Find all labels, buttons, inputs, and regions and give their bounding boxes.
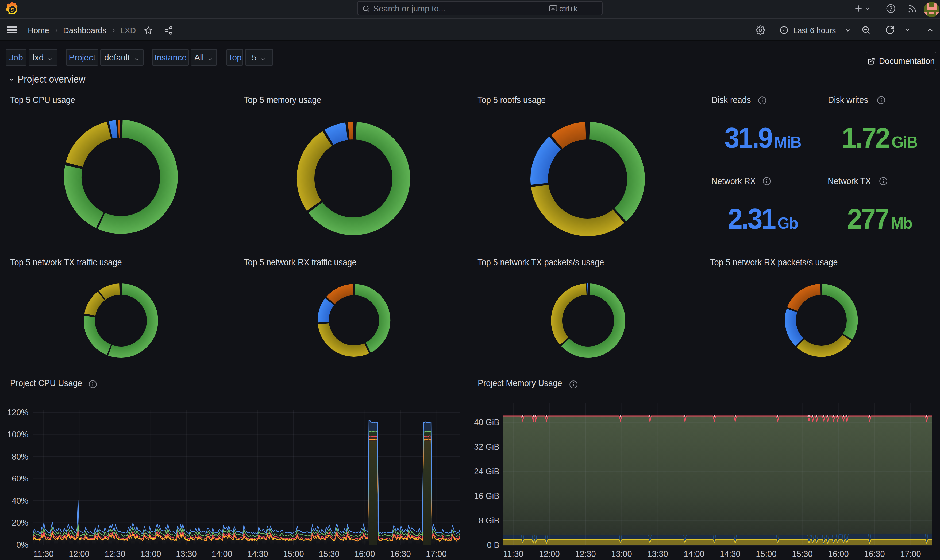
- svg-text:16:30: 16:30: [864, 549, 885, 558]
- svg-text:12:00: 12:00: [539, 549, 560, 558]
- svg-text:100%: 100%: [7, 430, 28, 439]
- svg-text:32 GiB: 32 GiB: [474, 442, 499, 452]
- svg-text:14:30: 14:30: [720, 549, 741, 558]
- svg-text:80%: 80%: [12, 452, 28, 462]
- svg-text:11:30: 11:30: [503, 549, 523, 558]
- svg-text:17:00: 17:00: [426, 549, 447, 558]
- svg-text:15:30: 15:30: [792, 549, 813, 558]
- svg-text:0 B: 0 B: [487, 540, 499, 550]
- svg-text:16:30: 16:30: [390, 549, 411, 558]
- svg-text:14:00: 14:00: [684, 549, 704, 558]
- svg-text:0%: 0%: [16, 540, 28, 549]
- svg-text:13:30: 13:30: [647, 549, 668, 558]
- svg-text:12:30: 12:30: [575, 549, 596, 558]
- svg-text:40%: 40%: [12, 496, 28, 506]
- svg-text:16:00: 16:00: [354, 549, 375, 558]
- svg-text:15:30: 15:30: [319, 549, 339, 558]
- svg-text:12:30: 12:30: [105, 549, 125, 558]
- svg-text:11:30: 11:30: [34, 549, 54, 558]
- svg-text:12:00: 12:00: [69, 549, 89, 558]
- svg-text:14:30: 14:30: [247, 549, 268, 558]
- svg-text:15:00: 15:00: [756, 549, 777, 558]
- svg-text:13:30: 13:30: [176, 549, 197, 558]
- svg-text:40 GiB: 40 GiB: [474, 418, 499, 427]
- svg-text:15:00: 15:00: [283, 549, 304, 558]
- svg-text:14:00: 14:00: [211, 549, 232, 558]
- svg-text:60%: 60%: [12, 474, 28, 483]
- svg-text:20%: 20%: [12, 518, 28, 528]
- svg-text:13:00: 13:00: [140, 549, 161, 558]
- svg-text:16 GiB: 16 GiB: [474, 491, 499, 501]
- svg-text:17:00: 17:00: [900, 549, 921, 558]
- svg-text:24 GiB: 24 GiB: [474, 467, 499, 476]
- svg-text:8 GiB: 8 GiB: [479, 516, 499, 525]
- svg-text:120%: 120%: [7, 408, 28, 417]
- svg-text:13:00: 13:00: [611, 549, 632, 558]
- svg-text:16:00: 16:00: [828, 549, 849, 558]
